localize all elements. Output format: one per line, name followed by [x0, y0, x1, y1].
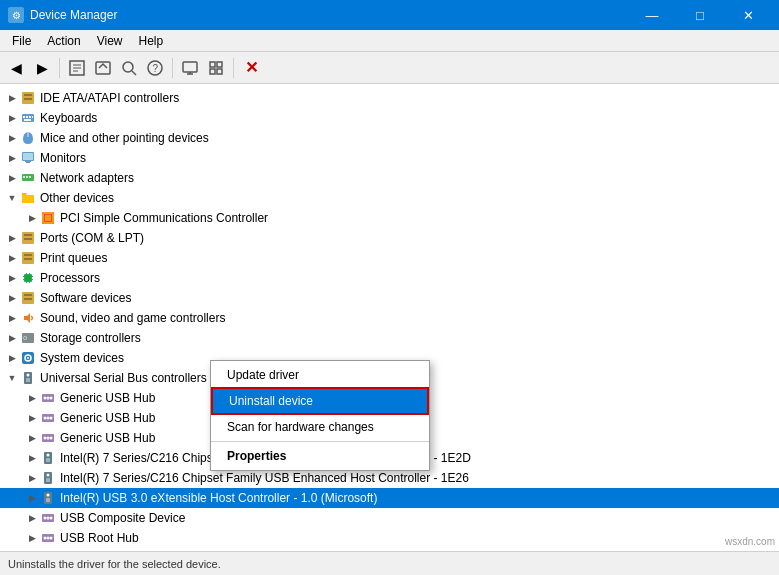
tree-item-composite[interactable]: ▶USB Composite Device — [0, 508, 779, 528]
toolbar-sep-3 — [233, 58, 234, 78]
expand-icon-intel3[interactable]: ▶ — [24, 490, 40, 506]
menu-view[interactable]: View — [89, 30, 131, 52]
tree-item-mice[interactable]: ▶Mice and other pointing devices — [0, 128, 779, 148]
svg-rect-42 — [24, 258, 32, 260]
expand-icon-mice[interactable]: ▶ — [4, 130, 20, 146]
svg-rect-13 — [217, 62, 222, 67]
menu-help[interactable]: Help — [131, 30, 172, 52]
svg-point-70 — [44, 417, 47, 420]
back-button[interactable]: ◀ — [4, 56, 28, 80]
tree-item-intel2[interactable]: ▶Intel(R) 7 Series/C216 Chipset Family U… — [0, 468, 779, 488]
close-button[interactable]: ✕ — [725, 0, 771, 30]
item-label-ports: Ports (COM & LPT) — [40, 231, 144, 245]
expand-icon-root1[interactable]: ▶ — [24, 530, 40, 546]
expand-icon-hub3[interactable]: ▶ — [24, 430, 40, 446]
svg-point-68 — [50, 397, 53, 400]
svg-rect-51 — [29, 282, 30, 283]
expand-icon-intel1[interactable]: ▶ — [24, 450, 40, 466]
expand-icon-usb[interactable]: ▼ — [4, 370, 20, 386]
expand-icon-system[interactable]: ▶ — [4, 350, 20, 366]
monitor-button[interactable] — [178, 56, 202, 80]
menu-action[interactable]: Action — [39, 30, 88, 52]
device-icon-usb — [20, 370, 36, 386]
svg-point-92 — [47, 537, 50, 540]
delete-button[interactable]: ✕ — [239, 56, 263, 80]
expand-icon-pci[interactable]: ▶ — [24, 210, 40, 226]
device-icon-mice — [20, 130, 36, 146]
svg-rect-46 — [32, 276, 33, 277]
tree-item-processors[interactable]: ▶Processors — [0, 268, 779, 288]
item-label-root1: USB Root Hub — [60, 531, 139, 545]
expand-icon-processors[interactable]: ▶ — [4, 270, 20, 286]
expand-icon-network[interactable]: ▶ — [4, 170, 20, 186]
tree-item-root1[interactable]: ▶USB Root Hub — [0, 528, 779, 548]
context-menu-update[interactable]: Update driver — [211, 363, 429, 387]
update-driver-button[interactable] — [91, 56, 115, 80]
tree-item-ide[interactable]: ▶IDE ATA/ATAPI controllers — [0, 88, 779, 108]
item-label-sound: Sound, video and game controllers — [40, 311, 225, 325]
tree-item-network[interactable]: ▶Network adapters — [0, 168, 779, 188]
device-icon-intel2 — [40, 470, 56, 486]
svg-point-67 — [47, 397, 50, 400]
properties-button[interactable] — [65, 56, 89, 80]
item-label-processors: Processors — [40, 271, 100, 285]
expand-icon-print[interactable]: ▶ — [4, 250, 20, 266]
status-bar: Uninstalls the driver for the selected d… — [0, 551, 779, 575]
help-button[interactable]: ? — [143, 56, 167, 80]
svg-point-89 — [50, 517, 53, 520]
tree-item-other[interactable]: ▼Other devices — [0, 188, 779, 208]
svg-rect-18 — [24, 98, 32, 100]
svg-rect-50 — [26, 282, 27, 283]
item-label-software: Software devices — [40, 291, 131, 305]
maximize-button[interactable]: □ — [677, 0, 723, 30]
svg-rect-17 — [24, 94, 32, 96]
context-menu-uninstall[interactable]: Uninstall device — [211, 387, 429, 415]
toolbar-sep-2 — [172, 58, 173, 78]
svg-rect-55 — [24, 298, 32, 300]
tree-item-intel3[interactable]: ▶Intel(R) USB 3.0 eXtensible Host Contro… — [0, 488, 779, 508]
expand-icon-hub2[interactable]: ▶ — [24, 410, 40, 426]
svg-rect-15 — [217, 69, 222, 74]
tree-item-sound[interactable]: ▶Sound, video and game controllers — [0, 308, 779, 328]
expand-icon-keyboards[interactable]: ▶ — [4, 110, 20, 126]
scan-button[interactable] — [117, 56, 141, 80]
expand-icon-intel2[interactable]: ▶ — [24, 470, 40, 486]
tree-item-ports[interactable]: ▶Ports (COM & LPT) — [0, 228, 779, 248]
context-menu-properties[interactable]: Properties — [211, 444, 429, 468]
device-icon-print — [20, 250, 36, 266]
device-icon-hub2 — [40, 410, 56, 426]
svg-point-33 — [29, 176, 31, 178]
device-icon-intel1 — [40, 450, 56, 466]
tree-item-software[interactable]: ▶Software devices — [0, 288, 779, 308]
expand-icon-storage[interactable]: ▶ — [4, 330, 20, 346]
tree-item-storage[interactable]: ▶Storage controllers — [0, 328, 779, 348]
device-icon-processors — [20, 270, 36, 286]
menu-file[interactable]: File — [4, 30, 39, 52]
expand-icon-software[interactable]: ▶ — [4, 290, 20, 306]
minimize-button[interactable]: — — [629, 0, 675, 30]
context-menu-scan[interactable]: Scan for hardware changes — [211, 415, 429, 439]
forward-button[interactable]: ▶ — [30, 56, 54, 80]
device-icon-ports — [20, 230, 36, 246]
tree-item-root2[interactable]: ▶USB Root Hub — [0, 548, 779, 551]
expand-icon-hub1[interactable]: ▶ — [24, 390, 40, 406]
show-processes-button[interactable] — [204, 56, 228, 80]
menu-bar: File Action View Help — [0, 30, 779, 52]
expand-icon-root2[interactable]: ▶ — [24, 550, 40, 551]
expand-icon-sound[interactable]: ▶ — [4, 310, 20, 326]
expand-icon-composite[interactable]: ▶ — [24, 510, 40, 526]
expand-icon-monitors[interactable]: ▶ — [4, 150, 20, 166]
svg-rect-12 — [210, 62, 215, 67]
expand-icon-ports[interactable]: ▶ — [4, 230, 20, 246]
svg-point-58 — [24, 337, 26, 339]
expand-icon-ide[interactable]: ▶ — [4, 90, 20, 106]
tree-item-keyboards[interactable]: ▶Keyboards — [0, 108, 779, 128]
device-tree[interactable]: ▶IDE ATA/ATAPI controllers▶Keyboards▶Mic… — [0, 84, 779, 551]
tree-item-print[interactable]: ▶Print queues — [0, 248, 779, 268]
svg-point-61 — [27, 357, 29, 359]
expand-icon-other[interactable]: ▼ — [4, 190, 20, 206]
device-icon-pci — [40, 210, 56, 226]
title-bar: ⚙ Device Manager — □ ✕ — [0, 0, 779, 30]
tree-item-pci[interactable]: ▶PCI Simple Communications Controller — [0, 208, 779, 228]
tree-item-monitors[interactable]: ▶Monitors — [0, 148, 779, 168]
